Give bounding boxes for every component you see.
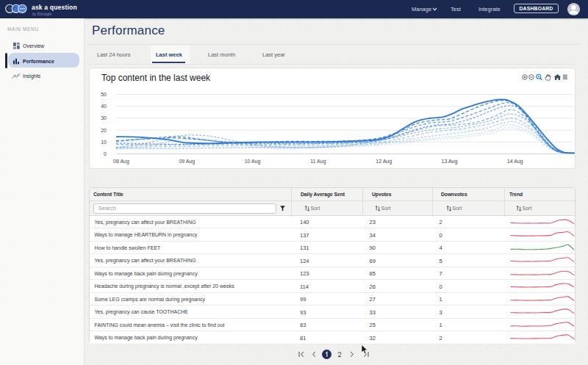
svg-text:10 Aug: 10 Aug (245, 159, 261, 165)
svg-text:09 Aug: 09 Aug (179, 159, 195, 165)
svg-text:12 Aug: 12 Aug (376, 159, 392, 165)
svg-text:11 Aug: 11 Aug (310, 159, 326, 165)
svg-text:50: 50 (101, 92, 107, 97)
svg-text:08 Aug: 08 Aug (113, 159, 129, 165)
svg-text:14 Aug: 14 Aug (507, 159, 523, 165)
svg-text:13 Aug: 13 Aug (442, 159, 458, 165)
svg-text:40: 40 (101, 104, 107, 109)
svg-text:0: 0 (104, 151, 107, 156)
svg-text:30: 30 (101, 115, 107, 120)
svg-text:20: 20 (101, 127, 107, 132)
svg-text:10: 10 (101, 139, 107, 144)
